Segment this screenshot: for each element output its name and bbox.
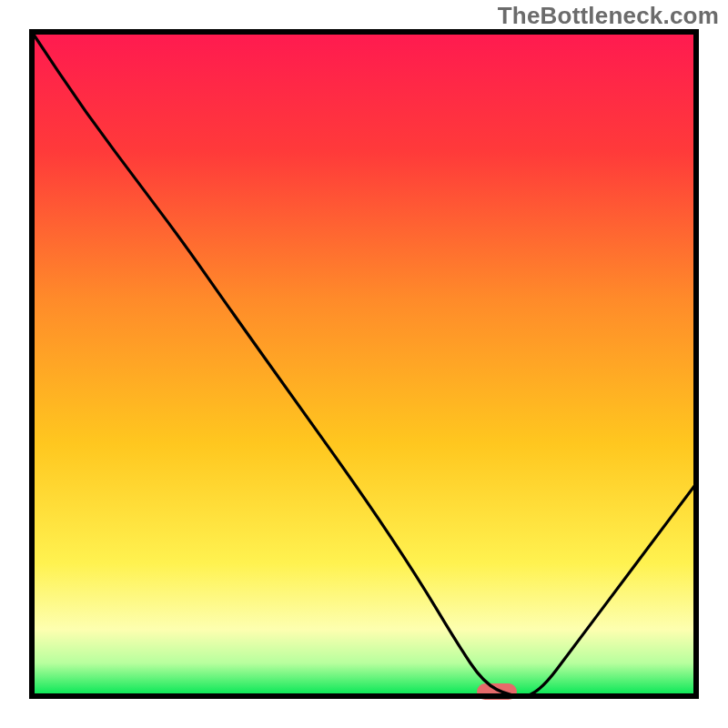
bottleneck-chart-svg <box>0 0 728 728</box>
watermark-text: TheBottleneck.com <box>498 2 719 30</box>
plot-background <box>32 32 696 696</box>
chart-stage: TheBottleneck.com <box>0 0 728 728</box>
